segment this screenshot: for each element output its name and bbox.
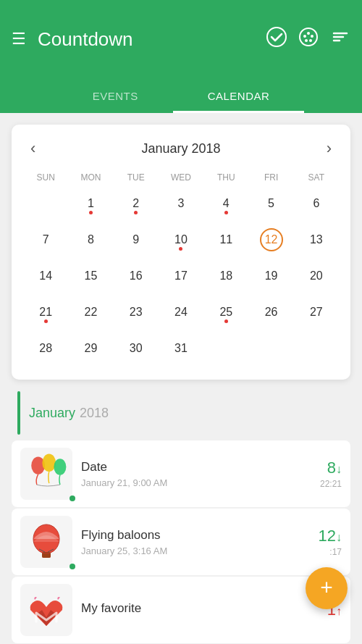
month-name: January2018	[29, 406, 109, 421]
plus-icon: +	[320, 577, 333, 598]
event-count-date: 8↓ 22:21	[307, 459, 342, 489]
svg-point-12	[54, 459, 66, 475]
calendar-cell[interactable]: 4	[203, 188, 248, 223]
calendar-event-dot	[224, 211, 228, 214]
year-text: 2018	[80, 406, 109, 420]
calendar-cell[interactable]: 10	[159, 225, 203, 259]
event-dot-2	[70, 564, 75, 569]
event-dot-1	[70, 495, 75, 501]
calendar-event-dot	[224, 319, 228, 323]
calendar-cell[interactable]: 31	[159, 333, 203, 368]
event-info-favorite: My favorite	[81, 601, 298, 619]
calendar-header: ‹ January 2018 ›	[23, 136, 339, 161]
calendar-grid: SUN MON TUE WED THU FRI SAT 123456789101…	[23, 170, 339, 368]
event-thumb-heart	[20, 584, 72, 636]
calendar-cell[interactable]: 28	[23, 333, 68, 368]
calendar-cell[interactable]: 9	[114, 225, 159, 259]
svg-point-4	[311, 35, 313, 38]
event-date-flying: January 25, 3:16 AM	[81, 545, 298, 556]
day-label-mon: MON	[68, 170, 113, 185]
calendar-cell[interactable]: 16	[114, 261, 159, 296]
calendar-cell[interactable]: 11	[203, 225, 248, 259]
svg-point-6	[305, 39, 308, 42]
calendar-cell[interactable]: 8	[68, 225, 113, 259]
calendar-event-dot	[89, 211, 93, 214]
calendar-cell[interactable]: 24	[159, 297, 203, 332]
svg-point-5	[309, 39, 312, 42]
event-name-flying: Flying baloons	[81, 528, 298, 543]
calendar-cell[interactable]: 19	[248, 261, 293, 296]
calendar-cell	[248, 333, 293, 368]
next-month-button[interactable]: ›	[319, 136, 339, 161]
calendar-cell[interactable]: 7	[23, 225, 68, 259]
tab-events[interactable]: EVENTS	[58, 81, 173, 113]
calendar-cell	[294, 333, 339, 368]
month-text: January	[29, 406, 75, 420]
event-date-date: January 21, 9:00 AM	[81, 477, 298, 488]
event-name-favorite: My favorite	[81, 601, 298, 616]
add-event-button[interactable]: +	[306, 567, 348, 609]
calendar-cell[interactable]: 13	[294, 225, 339, 259]
event-item-favorite[interactable]: My favorite 1↑	[12, 577, 350, 643]
day-label-sat: SAT	[294, 170, 339, 185]
event-info-flying: Flying baloons January 25, 3:16 AM	[81, 528, 298, 556]
calendar-cell[interactable]: 3	[159, 188, 203, 223]
calendar-cell[interactable]: 15	[68, 261, 113, 296]
day-label-thu: THU	[203, 170, 248, 185]
event-thumb-balloons	[20, 448, 72, 500]
calendar-cell	[23, 188, 68, 223]
calendar-title: January 2018	[141, 141, 220, 156]
menu-icon[interactable]: ☰	[12, 30, 26, 49]
calendar-cell[interactable]: 23	[114, 297, 159, 332]
check-icon[interactable]	[266, 27, 287, 51]
svg-point-11	[42, 454, 56, 472]
calendar-cell[interactable]: 1	[68, 188, 113, 223]
calendar-card: ‹ January 2018 › SUN MON TUE WED THU FRI…	[12, 125, 350, 380]
calendar-cell[interactable]: 30	[114, 333, 159, 368]
calendar-day-labels: SUN MON TUE WED THU FRI SAT	[23, 170, 339, 185]
svg-point-0	[267, 28, 286, 46]
prev-month-button[interactable]: ‹	[23, 136, 43, 161]
svg-point-1	[300, 28, 317, 46]
calendar-event-dot	[44, 319, 48, 323]
calendar-cell[interactable]: 12	[248, 225, 293, 259]
event-count-flying: 12↓ :17	[307, 527, 342, 557]
tabs: EVENTS CALENDAR	[0, 81, 362, 113]
event-count-sub-date: 22:21	[307, 479, 342, 489]
event-item-flying[interactable]: Flying baloons January 25, 3:16 AM 12↓ :…	[12, 509, 350, 575]
calendar-cell[interactable]: 21	[23, 297, 68, 332]
svg-point-2	[303, 35, 306, 38]
event-name-date: Date	[81, 460, 298, 474]
event-info-date: Date January 21, 9:00 AM	[81, 460, 298, 488]
month-label: January2018	[12, 391, 350, 435]
event-item-date[interactable]: Date January 21, 9:00 AM 8↓ 22:21	[12, 440, 350, 507]
calendar-cell[interactable]: 5	[248, 188, 293, 223]
calendar-cell[interactable]: 29	[68, 333, 113, 368]
day-label-sun: SUN	[23, 170, 68, 185]
calendar-cell	[203, 333, 248, 368]
calendar-cell[interactable]: 20	[294, 261, 339, 296]
tab-calendar[interactable]: CALENDAR	[173, 81, 305, 113]
calendar-cell[interactable]: 17	[159, 261, 203, 296]
calendar-cell[interactable]: 14	[23, 261, 68, 296]
event-count-num-date: 8↓	[307, 459, 342, 477]
calendar-cell[interactable]: 18	[203, 261, 248, 296]
month-line	[17, 391, 20, 435]
event-thumb-hotair	[20, 516, 72, 568]
calendar-cell[interactable]: 27	[294, 297, 339, 332]
calendar-event-dot	[179, 247, 182, 251]
calendar-cell[interactable]: 22	[68, 297, 113, 332]
app-title: Countdown	[38, 28, 255, 51]
calendar-cell[interactable]: 6	[294, 188, 339, 223]
event-count-num-flying: 12↓	[307, 527, 342, 545]
calendar-cell[interactable]: 26	[248, 297, 293, 332]
day-label-wed: WED	[159, 170, 203, 185]
day-label-fri: FRI	[248, 170, 293, 185]
calendar-days: 1234567891011121314151617181920212223242…	[23, 188, 339, 368]
day-label-tue: TUE	[114, 170, 159, 185]
calendar-cell[interactable]: 25	[203, 297, 248, 332]
svg-point-3	[307, 32, 310, 35]
calendar-cell[interactable]: 2	[114, 188, 159, 223]
sort-icon[interactable]	[330, 27, 350, 51]
palette-icon[interactable]	[298, 27, 319, 51]
